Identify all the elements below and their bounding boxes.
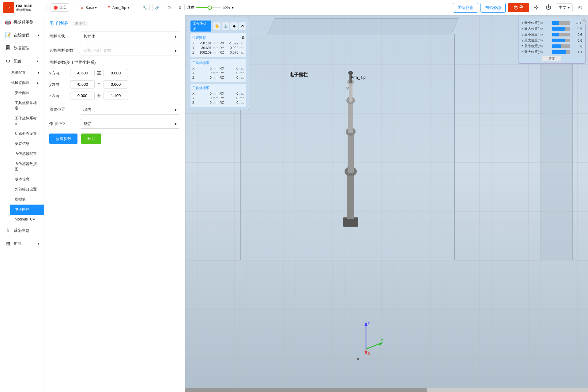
- content-area: 电子围栏 未使能 围栏形状 长方体 ▾ 选择围栏参数 选择已保存参数 ▾ 围栏参…: [44, 15, 588, 392]
- settings-icon[interactable]: ✛: [531, 3, 541, 13]
- y-range-row: y方向 至: [49, 80, 180, 89]
- y-min-input[interactable]: [70, 80, 95, 89]
- sidebar-item-robot-teach[interactable]: 🤖 机械臂示教: [0, 15, 44, 28]
- panel-collapse-button[interactable]: ◁: [581, 15, 588, 24]
- init-pose-button[interactable]: 初始姿态: [481, 3, 506, 13]
- sidebar-item-safety[interactable]: 安全配置: [10, 88, 44, 98]
- z-range-row: z方向 至: [49, 92, 180, 100]
- speed-slider[interactable]: [196, 7, 221, 8]
- icon-btn-4[interactable]: ⚙: [176, 4, 185, 11]
- coord-icon-anchor[interactable]: ⚓: [222, 22, 229, 30]
- z-max-input[interactable]: [104, 92, 128, 100]
- scrollbar-thumb[interactable]: [185, 388, 427, 392]
- svg-text:Z: Z: [368, 322, 370, 326]
- sidebar-item-tool-coord[interactable]: 工具坐标系标定: [10, 98, 44, 113]
- sidebar-item-version[interactable]: 版本信息: [10, 174, 44, 184]
- sidebar-item-e-fence[interactable]: 电子围栏: [10, 205, 44, 215]
- tool-y-row: Y 0 mm RY 0 rad: [192, 71, 244, 75]
- shape-value: 长方体: [83, 34, 95, 39]
- power-icon[interactable]: ⏻: [544, 3, 553, 13]
- arm-tip-select[interactable]: 📍 Arm_Tip ▾: [104, 4, 132, 11]
- sidebar: 🤖 机械臂示教 📝 在线编程 ▾ 🗄 数据管理 ⚙ 配置 ▲ 系统配置 ▾ 机械…: [0, 15, 44, 392]
- sidebar-item-label: 初始姿态设置: [15, 131, 37, 136]
- chevron-icon-4: ▲: [36, 81, 39, 85]
- sidebar-item-ext-interface[interactable]: 外部接口设置: [10, 184, 44, 194]
- viewport-scrollbar[interactable]: [185, 388, 588, 392]
- enable-button[interactable]: 开启: [81, 134, 101, 144]
- online-prog-icon: 📝: [5, 32, 11, 38]
- icon-btn-3[interactable]: ⬡: [165, 4, 173, 11]
- y-dir-label: y方向: [49, 82, 68, 87]
- sidebar-item-label: 版本信息: [15, 177, 29, 182]
- sidebar-item-config[interactable]: ⚙ 配置 ▲: [0, 55, 44, 68]
- work-part-select[interactable]: 整臂 ▾: [80, 119, 180, 129]
- coord-panel: 工作坐标系 🖐 ⚓ ◆ 👁 位置姿态 ⧉: [188, 18, 249, 110]
- fence-box-top: [267, 18, 459, 35]
- logo-icon: R: [3, 2, 14, 13]
- status-badge: 未使能: [73, 21, 88, 26]
- sidebar-item-init-pose[interactable]: 初始姿态设置: [10, 129, 44, 139]
- icon-btn-1[interactable]: 🔧: [140, 4, 150, 11]
- svg-rect-7: [348, 101, 353, 133]
- panel-title-text: 电子围栏: [49, 20, 69, 27]
- speed-label: 速度: [187, 5, 194, 10]
- pos-section-title: 位置姿态: [192, 36, 206, 40]
- shape-select[interactable]: 长方体 ▾: [80, 32, 180, 41]
- sidebar-item-force-sensor[interactable]: 力传感器配置: [10, 149, 44, 159]
- work-z-row: Z 0 mm RZ 0 rad: [192, 101, 244, 104]
- sidebar-item-data-mgmt[interactable]: 🗄 数据管理: [0, 42, 44, 55]
- y-max-input[interactable]: [104, 80, 128, 89]
- emergency-stop-button[interactable]: 急 停: [508, 3, 529, 12]
- x-min-input[interactable]: [70, 69, 95, 77]
- divider-1: [47, 3, 47, 12]
- language-select[interactable]: 中文 ▾: [556, 3, 573, 12]
- new-param-button[interactable]: 新建参数: [49, 134, 77, 144]
- work-part-value: 整臂: [83, 121, 91, 126]
- sidebar-item-online-prog[interactable]: 📝 在线编程 ▾: [0, 28, 44, 42]
- chevron-icon-5: ▾: [38, 242, 39, 245]
- sidebar-item-expand[interactable]: ⊞ 扩展 ▾: [0, 237, 44, 250]
- warn-pos-select[interactable]: 墙内 ▾: [80, 105, 180, 115]
- copy-icon[interactable]: ⧉: [242, 35, 244, 40]
- sidebar-item-label: 机械臂配置: [11, 80, 29, 85]
- x-max-input[interactable]: [104, 69, 128, 77]
- mode-label: 真实: [59, 5, 66, 10]
- work-y-row: Y 0 mm RY 0 rad: [192, 96, 244, 100]
- sidebar-item-modbus[interactable]: ModbusTCP: [10, 215, 44, 224]
- zero-pose-button[interactable]: 零位姿态: [453, 3, 478, 13]
- robot-teach-icon: 🤖: [5, 19, 11, 25]
- viewport-bg: Z Y X 电子围栏 Arm_Tip: [185, 15, 588, 392]
- sidebar-item-label: 力传感器配置: [15, 151, 37, 156]
- coord-icon-diamond[interactable]: ◆: [230, 22, 238, 30]
- sidebar-item-force-data[interactable]: 力传感器数据图: [10, 159, 44, 174]
- viewport[interactable]: Z Y X 电子围栏 Arm_Tip: [185, 15, 588, 392]
- icon-btn-2[interactable]: 🔗: [152, 4, 162, 11]
- sidebar-item-label: 安全配置: [15, 90, 29, 96]
- coord-icon-eye[interactable]: 👁: [239, 22, 246, 30]
- coord-icon-hand[interactable]: 🖐: [213, 22, 221, 30]
- scene-axes-svg: Z Y X: [348, 318, 384, 355]
- z-min-input[interactable]: [70, 92, 95, 100]
- sidebar-item-sys-info[interactable]: ℹ 系统信息: [0, 224, 44, 237]
- chevron-down-icon: ▾: [95, 6, 97, 10]
- sidebar-item-work-coord[interactable]: 工作坐标系标定: [10, 113, 44, 129]
- chevron-down-icon-3[interactable]: ▾: [232, 6, 234, 10]
- x-range-row: x方向 至: [49, 69, 180, 77]
- sidebar-item-sys-config[interactable]: 系统配置 ▾: [6, 68, 44, 78]
- sidebar-item-label: ModbusTCP: [15, 217, 35, 221]
- coord-tab-work[interactable]: 工作坐标系: [190, 21, 211, 32]
- speed-control: 速度 50% ▾: [187, 5, 234, 10]
- mode-toggle[interactable]: 🔴 真实: [51, 3, 69, 12]
- limits-panel: x 最小位置(m) -0.6 x 最大位置(m) 0.6 y 最小位置(m) -…: [518, 18, 586, 64]
- to-sep-x: 至: [97, 70, 101, 76]
- base-select[interactable]: 🔺 Base ▾: [77, 4, 101, 11]
- sidebar-item-arm-config[interactable]: 机械臂配置 ▲: [6, 78, 44, 88]
- close-limits-button[interactable]: 关闭: [522, 56, 582, 61]
- tool-x-row: X 0 mm RX 0 rad: [192, 66, 244, 70]
- param-select[interactable]: 选择已保存参数 ▾: [80, 46, 180, 55]
- sidebar-item-install-info[interactable]: 安装信息: [10, 139, 44, 149]
- sidebar-item-virtual-wall[interactable]: 虚拟墙: [10, 194, 44, 205]
- sidebar-item-label: 在线编程: [13, 32, 29, 38]
- logout-icon[interactable]: ⎋: [575, 3, 585, 13]
- main-layout: 🤖 机械臂示教 📝 在线编程 ▾ 🗄 数据管理 ⚙ 配置 ▲ 系统配置 ▾ 机械…: [0, 15, 588, 392]
